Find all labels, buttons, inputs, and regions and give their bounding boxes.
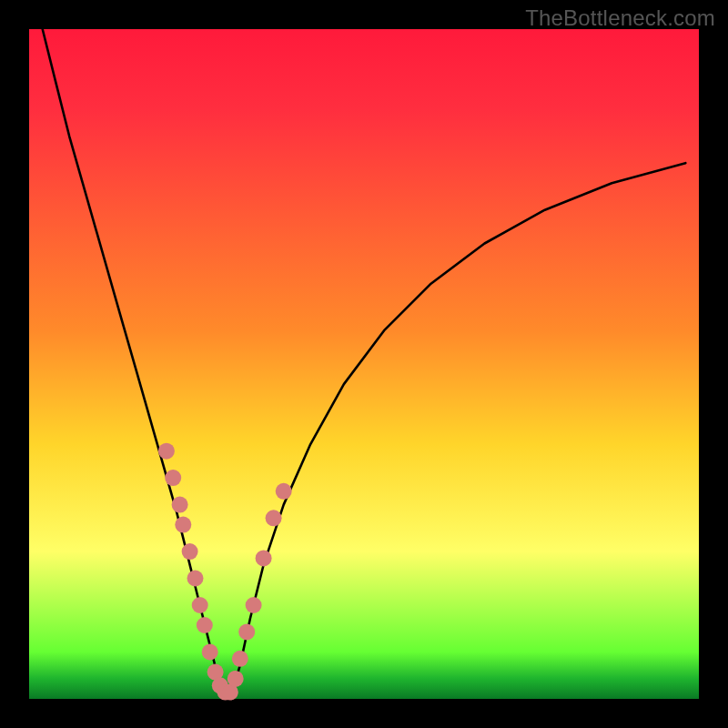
chart-svg (29, 29, 699, 699)
data-dot (276, 483, 292, 500)
chart-frame: TheBottleneck.com (0, 0, 728, 728)
plot-area (29, 29, 699, 699)
data-dot (246, 597, 262, 613)
data-dot (187, 571, 204, 587)
data-dot (197, 617, 213, 633)
data-dot (192, 597, 208, 613)
data-dots (158, 443, 292, 701)
data-dot (256, 550, 272, 566)
data-dot (228, 671, 244, 687)
data-dot (266, 510, 282, 526)
data-dot (238, 623, 255, 640)
data-dot (202, 644, 218, 661)
watermark-text: TheBottleneck.com (525, 5, 715, 31)
data-dot (172, 497, 188, 513)
data-dot (158, 443, 175, 460)
data-dot (232, 651, 248, 667)
data-dot (175, 517, 191, 533)
bottleneck-curve (43, 29, 686, 699)
data-dot (182, 543, 198, 560)
data-dot (165, 470, 181, 486)
